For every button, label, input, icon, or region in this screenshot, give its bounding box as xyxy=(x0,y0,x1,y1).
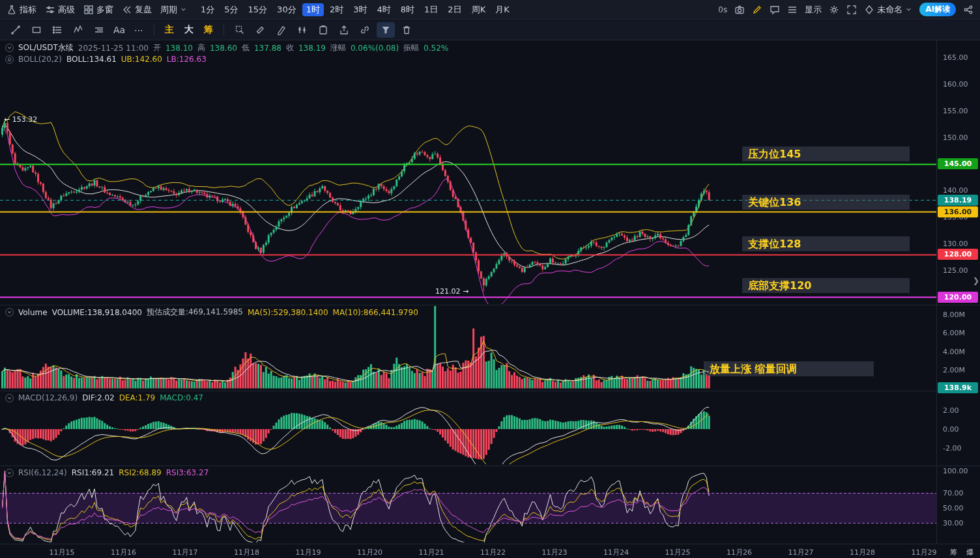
trendline-icon xyxy=(10,25,21,35)
timeframe-周K[interactable]: 周K xyxy=(468,3,490,16)
eraser-icon xyxy=(255,25,266,35)
timeframe-group: 1分5分15分30分1时2时3时4时8时1日2日周K月K xyxy=(197,3,513,16)
eraser-tool[interactable] xyxy=(252,22,270,38)
text-tool[interactable]: Aa xyxy=(111,22,128,38)
camera-icon[interactable] xyxy=(734,5,745,15)
macd-dea: DEA:1.79 xyxy=(119,393,156,402)
date-tick: 11月17 xyxy=(173,548,198,557)
macd-dif: DIF:2.02 xyxy=(82,393,115,402)
boll-name: BOLL(20,2) xyxy=(18,55,62,64)
date-tick: 11月22 xyxy=(480,548,506,557)
macd-tick: 2.00 xyxy=(943,406,959,415)
price-level-badge: 138.19 xyxy=(938,195,978,206)
wave-tool[interactable] xyxy=(69,22,87,38)
bottom-support-annotation[interactable]: 底部支撑120 xyxy=(742,278,910,293)
rsi-tick: 30.00 xyxy=(943,519,964,527)
link-tool[interactable] xyxy=(356,22,374,38)
volume-tick: 8.00M xyxy=(943,311,965,319)
diamond-icon xyxy=(864,5,874,15)
rsi3-value: RSI3:63.27 xyxy=(166,468,209,477)
big-chart-toggle[interactable]: 大 xyxy=(180,22,197,38)
clipboard-tool[interactable] xyxy=(314,22,332,38)
timeframe-30分[interactable]: 30分 xyxy=(273,3,300,16)
key-level-annotation[interactable]: 关键位136 xyxy=(742,195,910,210)
support-annotation[interactable]: 支撑位128 xyxy=(742,236,910,251)
rsi-tick: 50.00 xyxy=(943,504,964,512)
menu-icon[interactable] xyxy=(787,5,798,15)
filter-tool[interactable] xyxy=(377,22,395,38)
volume-value: VOLUME:138,918.0400 xyxy=(52,308,142,317)
comment-icon[interactable] xyxy=(770,5,780,15)
axis-scroll-icon[interactable]: ❯ xyxy=(973,276,979,285)
fullscreen-icon[interactable] xyxy=(846,5,857,15)
share-icon[interactable] xyxy=(963,5,973,15)
price-tick: 140.00 xyxy=(943,186,968,195)
timeframe-8时[interactable]: 8时 xyxy=(397,3,418,16)
timeframe-2日[interactable]: 2日 xyxy=(444,3,465,16)
more-tools[interactable]: ⋯ xyxy=(130,22,147,38)
timeframe-5分[interactable]: 5分 xyxy=(220,3,242,16)
collapse-macd-icon[interactable] xyxy=(5,394,14,402)
high-label: 高 xyxy=(197,42,205,53)
rectangle-tool[interactable] xyxy=(27,22,46,38)
date-tick: 11月23 xyxy=(542,548,568,557)
change-value: 0.06%(0.08) xyxy=(351,44,399,53)
timeframe-3时[interactable]: 3时 xyxy=(349,3,371,16)
liquidation-corner-toggle[interactable]: 爆 xyxy=(966,548,973,557)
export-tool[interactable] xyxy=(335,22,353,38)
volume-tick: 6.00M xyxy=(943,329,965,337)
date-tick: 11月15 xyxy=(50,548,75,557)
advanced-button[interactable]: 高级 xyxy=(45,4,75,16)
multiwindow-button[interactable]: 多窗 xyxy=(83,4,113,16)
boll-lb-value: LB:126.63 xyxy=(167,55,207,64)
timeframe-1时[interactable]: 1时 xyxy=(302,3,324,16)
date-tick: 11月21 xyxy=(419,548,444,557)
macd-tick: 0.00 xyxy=(943,425,959,434)
layout-name-dropdown[interactable]: 未命名 xyxy=(864,4,912,16)
timeframe-15分[interactable]: 15分 xyxy=(244,3,272,16)
period-label: 周期 xyxy=(160,4,177,16)
collapse-rsi-icon[interactable] xyxy=(5,469,14,477)
lines-list-tool[interactable] xyxy=(48,22,66,38)
volume-tick: 2.00M xyxy=(943,366,965,374)
volume-note-annotation[interactable]: 放量上涨 缩量回调 xyxy=(704,361,874,376)
display-button[interactable]: 显示 xyxy=(805,4,822,16)
resistance-annotation[interactable]: 压力位145 xyxy=(742,146,910,161)
levels-tool[interactable] xyxy=(90,22,108,38)
date-tick: 11月18 xyxy=(234,548,259,557)
main-chart-toggle[interactable]: 主 xyxy=(161,22,178,38)
trendline-tool[interactable] xyxy=(7,22,25,38)
timeframe-1分[interactable]: 1分 xyxy=(197,3,218,16)
pencil-icon[interactable] xyxy=(752,5,762,15)
drawing-toolbar: Aa ⋯ 主 大 筹 xyxy=(0,20,980,40)
funnel-icon xyxy=(381,25,391,35)
gear-icon[interactable] xyxy=(829,5,839,15)
replay-button[interactable]: 复盘 xyxy=(122,4,152,16)
indicators-button[interactable]: 指标 xyxy=(7,4,36,16)
timeframe-月K[interactable]: 月K xyxy=(491,3,513,16)
chips-toggle[interactable]: 筹 xyxy=(200,22,217,38)
select-box-tool[interactable] xyxy=(231,22,249,38)
timeframe-1日[interactable]: 1日 xyxy=(420,3,442,16)
volume-legend: Volume VOLUME:138,918.0400 预估成交量:469,141… xyxy=(5,307,418,318)
delete-tool[interactable] xyxy=(397,22,416,38)
timeframe-4时[interactable]: 4时 xyxy=(373,3,395,16)
rsi2-value: RSI2:68.89 xyxy=(119,468,162,477)
date-tick: 11月26 xyxy=(727,548,752,557)
chips-corner-toggle[interactable]: 筹 xyxy=(950,548,957,557)
period-dropdown[interactable]: 周期 xyxy=(160,4,187,16)
collapse-main-icon[interactable] xyxy=(5,44,14,52)
collapse-volume-icon[interactable] xyxy=(5,308,14,316)
pen-tool[interactable] xyxy=(272,22,291,38)
close-label: 收 xyxy=(286,42,294,53)
boll-alert-icon[interactable] xyxy=(5,55,14,64)
rectangle-icon xyxy=(31,25,42,35)
levels-icon xyxy=(94,25,104,35)
ai-analysis-button[interactable]: AI解读 xyxy=(919,3,956,16)
toolbar-divider xyxy=(223,25,224,35)
top-toolbar: 指标 高级 多窗 复盘 周期 1分5分15分30分1时2时3时4时8时1日2日周… xyxy=(0,0,980,20)
rsi-tick: 100.00 xyxy=(943,467,968,475)
pattern-tool[interactable] xyxy=(293,22,311,38)
timeframe-2时[interactable]: 2时 xyxy=(326,3,347,16)
trading-app: 指标 高级 多窗 复盘 周期 1分5分15分30分1时2时3时4时8时1日2日周… xyxy=(0,0,980,558)
